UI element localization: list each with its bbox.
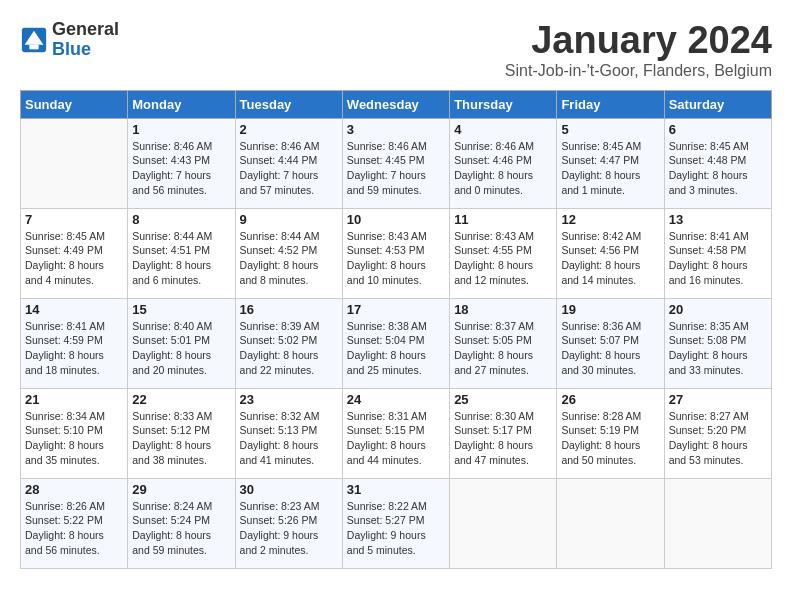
day-number: 4	[454, 122, 552, 137]
day-header-thursday: Thursday	[450, 90, 557, 118]
calendar-cell: 2Sunrise: 8:46 AM Sunset: 4:44 PM Daylig…	[235, 118, 342, 208]
logo-icon	[20, 26, 48, 54]
calendar-cell: 17Sunrise: 8:38 AM Sunset: 5:04 PM Dayli…	[342, 298, 449, 388]
day-info: Sunrise: 8:38 AM Sunset: 5:04 PM Dayligh…	[347, 319, 445, 378]
day-info: Sunrise: 8:40 AM Sunset: 5:01 PM Dayligh…	[132, 319, 230, 378]
calendar-title: January 2024	[505, 20, 772, 62]
day-info: Sunrise: 8:44 AM Sunset: 4:51 PM Dayligh…	[132, 229, 230, 288]
logo-blue: Blue	[52, 40, 119, 60]
calendar-cell: 15Sunrise: 8:40 AM Sunset: 5:01 PM Dayli…	[128, 298, 235, 388]
calendar-cell: 18Sunrise: 8:37 AM Sunset: 5:05 PM Dayli…	[450, 298, 557, 388]
day-number: 3	[347, 122, 445, 137]
day-number: 16	[240, 302, 338, 317]
calendar-cell: 12Sunrise: 8:42 AM Sunset: 4:56 PM Dayli…	[557, 208, 664, 298]
day-info: Sunrise: 8:23 AM Sunset: 5:26 PM Dayligh…	[240, 499, 338, 558]
calendar-cell: 16Sunrise: 8:39 AM Sunset: 5:02 PM Dayli…	[235, 298, 342, 388]
day-header-tuesday: Tuesday	[235, 90, 342, 118]
day-info: Sunrise: 8:32 AM Sunset: 5:13 PM Dayligh…	[240, 409, 338, 468]
day-info: Sunrise: 8:30 AM Sunset: 5:17 PM Dayligh…	[454, 409, 552, 468]
calendar-cell	[557, 478, 664, 568]
logo-general: General	[52, 20, 119, 40]
day-info: Sunrise: 8:35 AM Sunset: 5:08 PM Dayligh…	[669, 319, 767, 378]
calendar-cell: 26Sunrise: 8:28 AM Sunset: 5:19 PM Dayli…	[557, 388, 664, 478]
logo: General Blue	[20, 20, 119, 60]
day-number: 7	[25, 212, 123, 227]
calendar-week-3: 14Sunrise: 8:41 AM Sunset: 4:59 PM Dayli…	[21, 298, 772, 388]
calendar-cell: 31Sunrise: 8:22 AM Sunset: 5:27 PM Dayli…	[342, 478, 449, 568]
day-number: 1	[132, 122, 230, 137]
day-info: Sunrise: 8:45 AM Sunset: 4:48 PM Dayligh…	[669, 139, 767, 198]
day-info: Sunrise: 8:37 AM Sunset: 5:05 PM Dayligh…	[454, 319, 552, 378]
day-info: Sunrise: 8:33 AM Sunset: 5:12 PM Dayligh…	[132, 409, 230, 468]
calendar-cell: 24Sunrise: 8:31 AM Sunset: 5:15 PM Dayli…	[342, 388, 449, 478]
day-info: Sunrise: 8:39 AM Sunset: 5:02 PM Dayligh…	[240, 319, 338, 378]
day-number: 15	[132, 302, 230, 317]
day-info: Sunrise: 8:27 AM Sunset: 5:20 PM Dayligh…	[669, 409, 767, 468]
day-number: 28	[25, 482, 123, 497]
day-number: 25	[454, 392, 552, 407]
day-number: 5	[561, 122, 659, 137]
calendar-cell: 10Sunrise: 8:43 AM Sunset: 4:53 PM Dayli…	[342, 208, 449, 298]
day-info: Sunrise: 8:44 AM Sunset: 4:52 PM Dayligh…	[240, 229, 338, 288]
calendar-subtitle: Sint-Job-in-'t-Goor, Flanders, Belgium	[505, 62, 772, 80]
day-number: 30	[240, 482, 338, 497]
day-number: 21	[25, 392, 123, 407]
calendar-week-4: 21Sunrise: 8:34 AM Sunset: 5:10 PM Dayli…	[21, 388, 772, 478]
calendar-cell: 25Sunrise: 8:30 AM Sunset: 5:17 PM Dayli…	[450, 388, 557, 478]
calendar-table: SundayMondayTuesdayWednesdayThursdayFrid…	[20, 90, 772, 569]
calendar-cell: 14Sunrise: 8:41 AM Sunset: 4:59 PM Dayli…	[21, 298, 128, 388]
day-info: Sunrise: 8:45 AM Sunset: 4:49 PM Dayligh…	[25, 229, 123, 288]
calendar-cell	[21, 118, 128, 208]
day-header-sunday: Sunday	[21, 90, 128, 118]
day-number: 29	[132, 482, 230, 497]
day-number: 22	[132, 392, 230, 407]
day-header-monday: Monday	[128, 90, 235, 118]
calendar-cell: 19Sunrise: 8:36 AM Sunset: 5:07 PM Dayli…	[557, 298, 664, 388]
calendar-week-2: 7Sunrise: 8:45 AM Sunset: 4:49 PM Daylig…	[21, 208, 772, 298]
day-number: 13	[669, 212, 767, 227]
calendar-week-1: 1Sunrise: 8:46 AM Sunset: 4:43 PM Daylig…	[21, 118, 772, 208]
header-row: SundayMondayTuesdayWednesdayThursdayFrid…	[21, 90, 772, 118]
calendar-cell: 9Sunrise: 8:44 AM Sunset: 4:52 PM Daylig…	[235, 208, 342, 298]
calendar-cell: 4Sunrise: 8:46 AM Sunset: 4:46 PM Daylig…	[450, 118, 557, 208]
day-number: 26	[561, 392, 659, 407]
calendar-cell: 30Sunrise: 8:23 AM Sunset: 5:26 PM Dayli…	[235, 478, 342, 568]
calendar-cell: 13Sunrise: 8:41 AM Sunset: 4:58 PM Dayli…	[664, 208, 771, 298]
calendar-cell: 29Sunrise: 8:24 AM Sunset: 5:24 PM Dayli…	[128, 478, 235, 568]
day-info: Sunrise: 8:34 AM Sunset: 5:10 PM Dayligh…	[25, 409, 123, 468]
day-number: 17	[347, 302, 445, 317]
day-info: Sunrise: 8:42 AM Sunset: 4:56 PM Dayligh…	[561, 229, 659, 288]
day-info: Sunrise: 8:41 AM Sunset: 4:58 PM Dayligh…	[669, 229, 767, 288]
day-info: Sunrise: 8:26 AM Sunset: 5:22 PM Dayligh…	[25, 499, 123, 558]
calendar-cell: 1Sunrise: 8:46 AM Sunset: 4:43 PM Daylig…	[128, 118, 235, 208]
day-info: Sunrise: 8:31 AM Sunset: 5:15 PM Dayligh…	[347, 409, 445, 468]
day-number: 2	[240, 122, 338, 137]
day-number: 9	[240, 212, 338, 227]
day-number: 6	[669, 122, 767, 137]
day-number: 31	[347, 482, 445, 497]
day-info: Sunrise: 8:46 AM Sunset: 4:46 PM Dayligh…	[454, 139, 552, 198]
calendar-cell	[450, 478, 557, 568]
calendar-cell: 23Sunrise: 8:32 AM Sunset: 5:13 PM Dayli…	[235, 388, 342, 478]
day-number: 23	[240, 392, 338, 407]
calendar-cell: 8Sunrise: 8:44 AM Sunset: 4:51 PM Daylig…	[128, 208, 235, 298]
day-info: Sunrise: 8:36 AM Sunset: 5:07 PM Dayligh…	[561, 319, 659, 378]
day-number: 19	[561, 302, 659, 317]
day-info: Sunrise: 8:46 AM Sunset: 4:43 PM Dayligh…	[132, 139, 230, 198]
calendar-cell: 20Sunrise: 8:35 AM Sunset: 5:08 PM Dayli…	[664, 298, 771, 388]
calendar-cell: 11Sunrise: 8:43 AM Sunset: 4:55 PM Dayli…	[450, 208, 557, 298]
header: General Blue January 2024 Sint-Job-in-'t…	[20, 20, 772, 80]
day-number: 27	[669, 392, 767, 407]
day-number: 8	[132, 212, 230, 227]
day-info: Sunrise: 8:43 AM Sunset: 4:55 PM Dayligh…	[454, 229, 552, 288]
day-info: Sunrise: 8:22 AM Sunset: 5:27 PM Dayligh…	[347, 499, 445, 558]
calendar-cell: 5Sunrise: 8:45 AM Sunset: 4:47 PM Daylig…	[557, 118, 664, 208]
day-info: Sunrise: 8:28 AM Sunset: 5:19 PM Dayligh…	[561, 409, 659, 468]
day-info: Sunrise: 8:24 AM Sunset: 5:24 PM Dayligh…	[132, 499, 230, 558]
logo-text: General Blue	[52, 20, 119, 60]
calendar-cell: 6Sunrise: 8:45 AM Sunset: 4:48 PM Daylig…	[664, 118, 771, 208]
calendar-cell: 7Sunrise: 8:45 AM Sunset: 4:49 PM Daylig…	[21, 208, 128, 298]
day-header-saturday: Saturday	[664, 90, 771, 118]
svg-rect-2	[29, 44, 38, 49]
day-number: 10	[347, 212, 445, 227]
